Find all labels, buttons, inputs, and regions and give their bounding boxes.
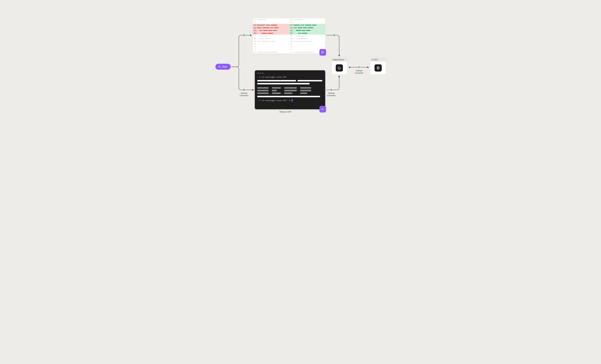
terminal-caption: Debug via SSH [280, 111, 291, 113]
svg-rect-3 [331, 90, 332, 91]
terminal-prompt: ~ % ssh ubuntu@gh-runner-047 [257, 76, 323, 78]
lock-icon [358, 66, 360, 69]
lock-icon [330, 89, 333, 91]
database-icon [375, 64, 382, 71]
check-circle-icon [336, 64, 343, 71]
svg-point-7 [322, 53, 322, 53]
terminal-icon [320, 106, 326, 112]
svg-rect-2 [334, 35, 335, 36]
user-icon [218, 65, 221, 68]
connection-label: Tailscale Connection [324, 92, 338, 97]
cloud-icon [371, 59, 373, 61]
connection-label: Tailscale Connection [352, 70, 366, 74]
user-label: User [222, 65, 227, 68]
diff-side-added: 01 02 03 04 05 06 07 08 09 10 11 12 13 [289, 18, 325, 53]
svg-rect-1 [243, 90, 244, 91]
vpc-card: VPC [370, 58, 386, 74]
terminal-prompt: ~ % ssh ubuntu@gh-runner-047 ~ % [257, 99, 323, 101]
connection-label: Tailscale Connection [237, 92, 251, 97]
card-title: Hosted Runner [333, 59, 344, 61]
svg-point-5 [219, 66, 220, 67]
lock-icon [243, 34, 245, 37]
svg-rect-0 [243, 35, 244, 36]
git-branch-icon [320, 49, 326, 56]
hosted-runner-card: Hosted Runner [331, 58, 347, 74]
diagram-canvas: User 01 02 03 04 05 06 07 08 09 10 11 12… [190, 0, 411, 133]
svg-point-9 [377, 67, 379, 68]
svg-point-6 [322, 51, 322, 52]
card-title: VPC [374, 59, 378, 61]
lock-icon [333, 34, 336, 37]
user-node: User [215, 64, 231, 70]
code-diff-panel: 01 02 03 04 05 06 07 08 09 10 11 12 13 0… [253, 18, 325, 53]
svg-point-8 [323, 51, 324, 52]
diff-side-removed: 01 02 03 04 05 06 07 08 09 10 11 12 13 [253, 18, 289, 53]
svg-rect-4 [358, 67, 359, 68]
window-controls [257, 72, 323, 74]
terminal-cursor [291, 99, 293, 101]
terminal-panel: ~ % ssh ubuntu@gh-runner-047 ~ % ssh ubu… [255, 70, 325, 109]
lock-icon [243, 89, 245, 91]
